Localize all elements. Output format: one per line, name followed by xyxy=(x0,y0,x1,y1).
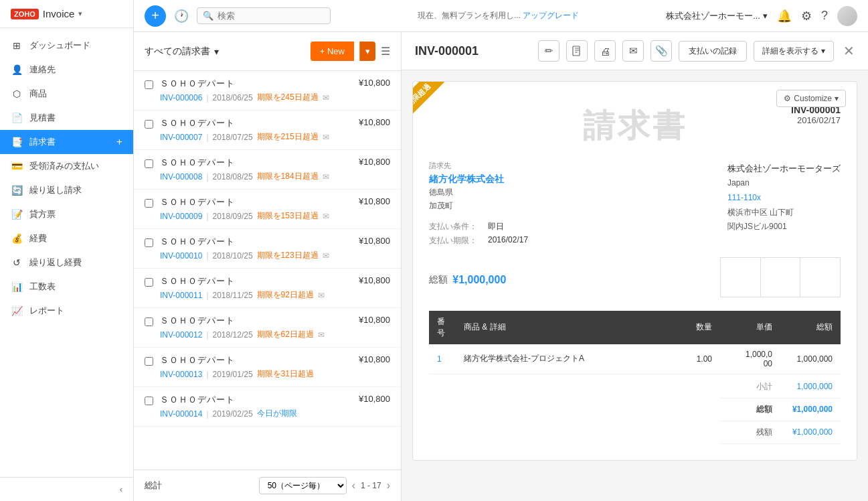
invoice-checkbox[interactable] xyxy=(145,120,153,129)
detail-close-button[interactable]: ✕ xyxy=(843,43,855,59)
show-detail-button[interactable]: 詳細を表示する ▾ xyxy=(754,41,834,62)
show-detail-label: 詳細を表示する xyxy=(762,46,818,57)
invoice-checkbox[interactable] xyxy=(145,80,153,89)
sidebar-item-invoices[interactable]: 📑 請求書 + xyxy=(0,130,133,154)
invoice-item-body: ＳＯＨＯデパート INV-000012 | 2018/12/25 期限を62日超… xyxy=(160,315,352,340)
sidebar-item-recurring[interactable]: 🔄 繰り返し請求 xyxy=(0,178,133,202)
company-name: 株式会社ゾーホーモー... xyxy=(666,10,760,22)
pdf-button[interactable] xyxy=(566,40,588,62)
col-unit-price: 単価 xyxy=(720,311,780,344)
user-avatar[interactable] xyxy=(837,6,857,26)
sidebar-item-quotes[interactable]: 📄 見積書 xyxy=(0,106,133,130)
invoice-id: INV-000010 xyxy=(160,251,202,261)
sidebar-item-recurring-expenses[interactable]: ↺ 繰り返し経費 xyxy=(0,250,133,275)
sidebar-item-items[interactable]: ⬡ 商品 xyxy=(0,82,133,106)
page-size-select[interactable]: 50（ページ毎） 100（ページ毎） 200（ページ毎） xyxy=(259,477,347,494)
attach-button[interactable]: 📎 xyxy=(650,40,672,62)
email-sent-icon: ✉ xyxy=(318,291,325,300)
list-menu-icon[interactable]: ☰ xyxy=(381,45,390,58)
list-item[interactable]: ＳＯＨＯデパート INV-000013 | 2019/01/25 期限を31日超… xyxy=(134,348,401,387)
help-icon[interactable]: ? xyxy=(821,9,828,23)
sidebar-item-expenses[interactable]: 💰 経費 xyxy=(0,226,133,250)
doc-body: 請求先 緒方化学株式会社 徳島県 加茂町 支払い条件： 即日 支払い期限： 20… xyxy=(429,161,841,246)
customize-button[interactable]: ⚙ Customize ▾ xyxy=(776,90,846,107)
search-bar[interactable]: 🔍 xyxy=(197,7,331,24)
sidebar-item-contacts[interactable]: 👤 連絡先 xyxy=(0,58,133,82)
subtotal-label: 小計 xyxy=(720,374,780,398)
doc-company-name: 株式会社ゾーホーモーターズ xyxy=(727,161,841,176)
list-item[interactable]: ＳＯＨＯデパート INV-000012 | 2018/12/25 期限を62日超… xyxy=(134,308,401,348)
print-button[interactable]: 🖨 xyxy=(594,40,616,62)
email-sent-icon: ✉ xyxy=(323,212,329,221)
settings-icon[interactable]: ⚙ xyxy=(801,9,812,23)
col-product: 商品 & 詳細 xyxy=(456,311,673,344)
invoice-date: 2019/02/25 xyxy=(213,409,253,419)
invoice-date: 2018/10/25 xyxy=(213,251,253,261)
new-invoice-dropdown[interactable]: ▾ xyxy=(359,42,375,61)
list-item[interactable]: ＳＯＨＯデパート INV-000011 | 2018/11/25 期限を92日超… xyxy=(134,269,401,308)
app-logo[interactable]: ZOHO Invoice ▾ xyxy=(0,0,133,28)
list-item[interactable]: ＳＯＨＯデパート INV-000006 | 2018/06/25 期限を245日… xyxy=(134,71,401,111)
list-item[interactable]: ＳＯＨＯデパート INV-000007 | 2018/07/25 期限を215日… xyxy=(134,111,401,150)
billing-company[interactable]: 緒方化学株式会社 xyxy=(429,173,528,186)
row-num: 1 xyxy=(429,344,456,374)
record-payment-button[interactable]: 支払いの記録 xyxy=(679,41,747,62)
sidebar-item-timesheet[interactable]: 📊 工数表 xyxy=(0,275,133,299)
billing-address: 徳島県 加茂町 xyxy=(429,186,528,213)
invoice-meta: INV-000014 | 2019/02/25 今日が期限 xyxy=(160,408,352,419)
list-item[interactable]: ＳＯＨＯデパート INV-000010 | 2018/10/25 期限を123日… xyxy=(134,229,401,269)
email-button[interactable]: ✉ xyxy=(622,40,644,62)
invoice-checkbox[interactable] xyxy=(145,159,153,168)
invoice-amount: ¥10,800 xyxy=(359,275,390,285)
list-title[interactable]: すべての請求書 ▾ xyxy=(145,46,219,58)
collapse-icon: ‹ xyxy=(120,484,122,494)
upgrade-link[interactable]: アップグレード xyxy=(523,11,579,20)
doc-total-label: 総額 xyxy=(429,274,448,286)
invoice-checkbox[interactable] xyxy=(145,238,153,247)
detail-header: INV-000001 ✏ 🖨 ✉ 📎 支払いの記録 詳細を表示する ▾ ✕ xyxy=(402,32,868,70)
company-selector[interactable]: 株式会社ゾーホーモー... ▾ xyxy=(666,10,768,22)
add-invoice-icon[interactable]: + xyxy=(116,136,122,148)
global-add-button[interactable]: + xyxy=(145,5,166,27)
product-name: Invoice xyxy=(43,8,75,19)
search-input[interactable] xyxy=(218,11,311,21)
edit-button[interactable]: ✏ xyxy=(538,40,559,62)
invoice-id: INV-000012 xyxy=(160,330,202,340)
list-item[interactable]: ＳＯＨＯデパート INV-000009 | 2018/09/25 期限を153日… xyxy=(134,190,401,229)
pagination: 50（ページ毎） 100（ページ毎） 200（ページ毎） ‹ 1 - 17 › xyxy=(259,477,390,494)
list-footer: 総計 50（ページ毎） 100（ページ毎） 200（ページ毎） ‹ 1 - 17… xyxy=(134,470,401,501)
invoice-id: INV-000009 xyxy=(160,212,202,221)
sidebar-item-credit-notes[interactable]: 📝 貸方票 xyxy=(0,202,133,226)
invoice-checkbox[interactable] xyxy=(145,397,153,405)
list-item[interactable]: ＳＯＨＯデパート INV-000008 | 2018/08/25 期限を184日… xyxy=(134,150,401,190)
history-icon[interactable]: 🕐 xyxy=(174,9,189,23)
logo-caret-icon: ▾ xyxy=(78,9,82,18)
prev-page-button[interactable]: ‹ xyxy=(352,480,355,492)
next-page-button[interactable]: › xyxy=(387,480,390,492)
sidebar-item-label: 商品 xyxy=(29,88,47,100)
stamp-box-2 xyxy=(761,258,801,297)
invoice-checkbox[interactable] xyxy=(145,357,153,366)
invoice-date: 2018/07/25 xyxy=(213,133,253,142)
notifications-icon[interactable]: 🔔 xyxy=(777,9,792,23)
invoice-checkbox[interactable] xyxy=(145,317,153,326)
row-total: 1,000,000 xyxy=(780,344,841,374)
doc-zip: 111-110x xyxy=(727,191,841,206)
invoice-checkbox[interactable] xyxy=(145,199,153,208)
contacts-icon: 👤 xyxy=(11,64,23,75)
stamp-area xyxy=(720,257,841,297)
new-invoice-button[interactable]: + New xyxy=(311,42,354,61)
list-item[interactable]: ＳＯＨＯデパート INV-000014 | 2019/02/25 今日が期限 ¥… xyxy=(134,387,401,427)
invoice-item-body: ＳＯＨＯデパート INV-000010 | 2018/10/25 期限を123日… xyxy=(160,236,352,261)
recurring-expenses-icon: ↺ xyxy=(11,257,23,268)
sidebar-collapse-button[interactable]: ‹ xyxy=(0,477,133,501)
quotes-icon: 📄 xyxy=(11,113,23,123)
invoice-date: 2018/11/25 xyxy=(213,291,253,300)
invoice-customer-name: ＳＯＨＯデパート xyxy=(160,117,352,129)
sidebar-item-dashboard[interactable]: ⊞ ダッシュボード xyxy=(0,33,133,58)
sidebar-item-reports[interactable]: 📈 レポート xyxy=(0,299,133,323)
invoice-checkbox[interactable] xyxy=(145,278,153,287)
invoice-item-body: ＳＯＨＯデパート INV-000008 | 2018/08/25 期限を184日… xyxy=(160,157,352,182)
balance-value: ¥1,000,000 xyxy=(780,421,841,443)
sidebar-item-received-payments[interactable]: 💳 受領済みの支払い xyxy=(0,154,133,178)
